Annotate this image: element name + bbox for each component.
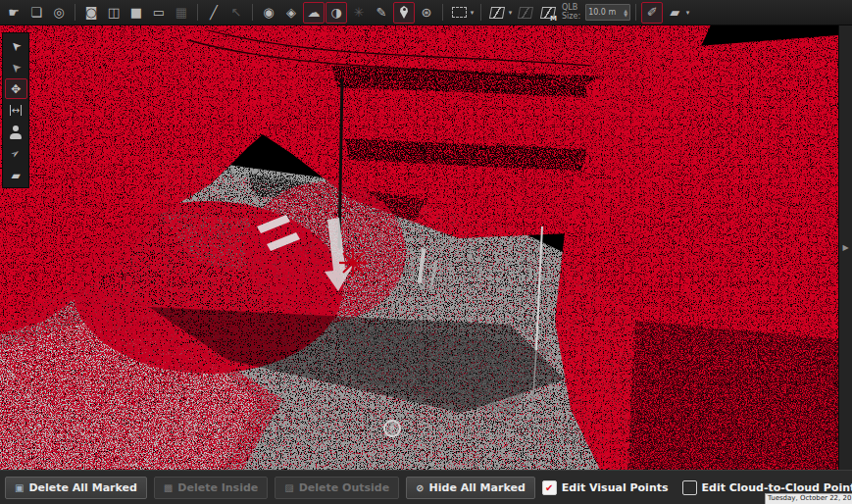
cursor-probe-icon[interactable]: ↖ bbox=[226, 2, 247, 24]
gear-filter-icon[interactable]: ⊛ bbox=[416, 2, 437, 24]
cube-manual-badge: M bbox=[550, 16, 557, 23]
rect-select-caret-icon[interactable]: ▾ bbox=[469, 9, 476, 17]
delete-inside-icon: ▩ bbox=[164, 482, 173, 493]
left-tool-column: ➤ ➤ ✥ ↔ ➢ ▰ bbox=[2, 32, 29, 188]
eraser-caret-icon[interactable]: ▾ bbox=[684, 9, 691, 17]
tag-icon[interactable]: ◈ bbox=[280, 2, 302, 24]
delete-outside-button[interactable]: ▨ Delete Outside bbox=[275, 477, 399, 499]
toolbar-separator bbox=[480, 4, 481, 21]
network-icon[interactable]: ✳ bbox=[348, 2, 370, 24]
select-cursor-icon[interactable]: ➤ bbox=[5, 35, 27, 56]
eraser-tool-icon[interactable]: ▰ bbox=[5, 165, 27, 185]
split-view-icon[interactable]: ◫ bbox=[103, 2, 125, 24]
delete-marked-icon: ▣ bbox=[15, 482, 24, 493]
panorama-icon[interactable]: ▭ bbox=[148, 2, 170, 24]
select-points-cursor-icon[interactable]: ➤ bbox=[5, 57, 27, 77]
bottom-action-bar: ▣ Delete All Marked ▩ Delete Inside ▨ De… bbox=[0, 470, 852, 504]
edit-cloud-to-cloud-checkbox[interactable] bbox=[682, 480, 697, 495]
hide-marked-icon: ⊘ bbox=[416, 482, 424, 493]
rect-select-icon[interactable] bbox=[448, 2, 470, 24]
edit-visual-points-label: Edit Visual Points bbox=[562, 481, 669, 494]
toolbar-separator bbox=[197, 4, 198, 21]
edit-visual-points-checkbox[interactable]: ✔ bbox=[542, 480, 557, 495]
delete-inside-button[interactable]: ▩ Delete Inside bbox=[154, 477, 268, 499]
qlb-size-input[interactable]: 10.0 m ▲▼ bbox=[585, 4, 630, 21]
delete-outside-icon: ▨ bbox=[284, 482, 293, 493]
cascade-windows-icon[interactable]: ❏ bbox=[25, 2, 47, 24]
person-panorama-icon[interactable] bbox=[5, 122, 27, 142]
right-panel-expander[interactable]: ▶ bbox=[838, 25, 852, 470]
target-icon[interactable]: ◉ bbox=[258, 2, 279, 24]
cube-limit-box-icon[interactable] bbox=[486, 2, 508, 24]
sphere-contrast-icon[interactable]: ◑ bbox=[326, 2, 347, 24]
cube-manual-icon[interactable]: M bbox=[537, 2, 559, 24]
scan-position-marker bbox=[339, 249, 367, 277]
edit-cloud-to-cloud-label: Edit Cloud-to-Cloud Points bbox=[702, 481, 852, 494]
mark-brush-icon[interactable]: ✐ bbox=[641, 2, 663, 24]
eraser-icon[interactable]: ▰ bbox=[664, 2, 685, 24]
cube-limit-caret-icon[interactable]: ▾ bbox=[507, 9, 514, 17]
pan-tool-icon[interactable]: ✥ bbox=[5, 78, 27, 99]
camera-icon[interactable]: ◙ bbox=[80, 2, 102, 24]
measure-ruler-icon[interactable]: ╱ bbox=[203, 2, 225, 24]
hide-all-marked-button[interactable]: ⊘ Hide All Marked bbox=[406, 477, 535, 499]
pointcloud-viewport[interactable] bbox=[0, 25, 852, 470]
draw-pencil-icon[interactable]: ✎ bbox=[371, 2, 392, 24]
location-pin-icon[interactable] bbox=[393, 2, 415, 24]
measure-distance-icon[interactable]: ↔ bbox=[5, 100, 27, 121]
system-date-tooltip: Tuesday, October 22, 2019 bbox=[765, 493, 852, 504]
zoom-region-icon[interactable]: ◎ bbox=[48, 2, 70, 24]
expand-arrow-icon: ▶ bbox=[842, 243, 848, 252]
top-toolbar: ☛ ❏ ◎ ◙ ◫ ■ ▭ ▦ ╱ ↖ ◉ ◈ ☁ ◑ ✳ ✎ ⊛ ▾ ▾ M … bbox=[0, 0, 852, 25]
pick-tag-icon[interactable]: ☛ bbox=[3, 2, 25, 24]
qlb-size-spinner[interactable]: ▲▼ bbox=[624, 9, 627, 17]
fly-navigate-icon[interactable]: ➢ bbox=[5, 143, 27, 164]
point-cloud-icon[interactable]: ☁ bbox=[303, 2, 325, 24]
solid-view-icon[interactable]: ■ bbox=[125, 2, 147, 24]
toolbar-separator bbox=[75, 4, 75, 21]
app-window: { "glyphs":{ "caret":"▾","spin_up":"▲","… bbox=[0, 0, 852, 504]
cube-clip-icon[interactable] bbox=[515, 2, 536, 24]
pointcloud-render bbox=[0, 25, 852, 470]
toolbar-separator bbox=[252, 4, 253, 21]
qlb-size-label: QLB Size: bbox=[562, 4, 580, 22]
delete-all-marked-button[interactable]: ▣ Delete All Marked bbox=[5, 477, 147, 499]
toolbar-separator bbox=[635, 4, 636, 21]
qlb-size-value: 10.0 m bbox=[588, 8, 616, 17]
toolbar-separator bbox=[442, 4, 443, 21]
image-view-icon[interactable]: ▦ bbox=[171, 2, 192, 24]
